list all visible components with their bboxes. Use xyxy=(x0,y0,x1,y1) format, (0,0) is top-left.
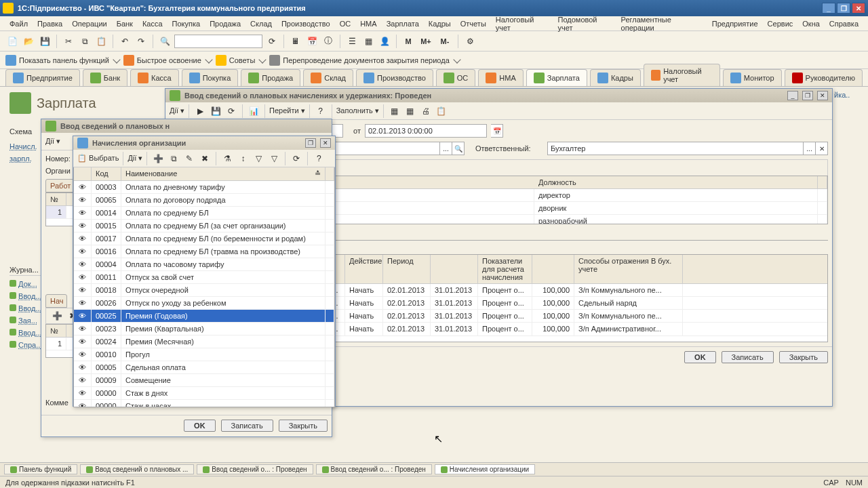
win-close-button[interactable]: ✕ xyxy=(817,91,828,100)
catalog-grid[interactable]: Код Наименование≛ 👁00003Оплата по дневно… xyxy=(73,167,335,407)
main-tab[interactable]: Банк xyxy=(83,69,127,86)
catalog-row[interactable]: 👁00014Оплата по среднему БЛ xyxy=(74,207,334,220)
menu-Налоговый учет[interactable]: Налоговый учет xyxy=(492,14,553,33)
find-icon[interactable]: 🔍 xyxy=(158,35,172,48)
tb2-item[interactable]: Показать панель функций xyxy=(5,55,119,66)
catalog-row[interactable]: 👁00011Отпуск за свой счет xyxy=(74,271,334,284)
catalog-row[interactable]: 👁00026Отпуск по уходу за ребенком xyxy=(74,297,334,310)
win-close-button[interactable]: ✕ xyxy=(320,138,331,148)
grid-icon[interactable]: ▦ xyxy=(361,35,375,48)
name-header[interactable]: Наименование≛ xyxy=(121,167,326,180)
report-icon[interactable]: 📊 xyxy=(247,104,260,118)
menu-Справка[interactable]: Справка xyxy=(825,18,863,29)
actions-menu[interactable]: Дії ▾ xyxy=(127,154,142,163)
ok-button[interactable]: OK xyxy=(184,420,216,432)
menu-Банк[interactable]: Банк xyxy=(113,18,137,29)
main-tab[interactable]: Производство xyxy=(356,69,433,86)
main-tab[interactable]: Монитор xyxy=(723,69,782,86)
calc-icon[interactable]: 🖩 xyxy=(289,35,302,48)
goto-button[interactable]: Перейти ▾ xyxy=(269,106,305,115)
main-tab[interactable]: Продажа xyxy=(241,69,300,86)
tb2-item[interactable]: Перепроведение документов закрытия перио… xyxy=(269,55,459,66)
taskbar-item[interactable]: Панель функций xyxy=(4,464,77,474)
settings-icon[interactable]: ⚙ xyxy=(463,35,477,48)
main-tab[interactable]: Покупка xyxy=(182,69,239,86)
catalog-row[interactable]: 👁00016Оплата по среднему БЛ (травма на п… xyxy=(74,245,334,258)
menu-Производство[interactable]: Производство xyxy=(277,18,334,29)
taskbar-item[interactable]: Ввод сведений о... : Проведен xyxy=(316,464,432,474)
journal-link[interactable]: Ввод... xyxy=(18,292,42,300)
main-tab[interactable]: Склад xyxy=(303,69,353,86)
add-icon[interactable]: ➕ xyxy=(50,309,64,323)
menu-Правка[interactable]: Правка xyxy=(33,18,66,29)
journal-link[interactable]: Зая... xyxy=(18,317,37,325)
col-header[interactable]: Период xyxy=(383,255,431,283)
undo-icon[interactable]: ↶ xyxy=(118,35,132,48)
code-header[interactable]: Код xyxy=(92,167,121,180)
close-doc-button[interactable]: Закрыть xyxy=(779,351,828,363)
close-button[interactable]: Закрыть xyxy=(279,420,328,432)
taskbar-item[interactable]: Ввод сведений о... : Проведен xyxy=(197,464,313,474)
tb2-item[interactable]: Советы xyxy=(216,55,265,66)
actions-menu[interactable]: Дії ▾ xyxy=(45,137,60,146)
date-picker-button[interactable]: 📅 xyxy=(491,124,503,138)
menu-Регламентные операции[interactable]: Регламентные операции xyxy=(617,14,707,33)
save-icon[interactable]: 💾 xyxy=(38,35,52,48)
col-header[interactable] xyxy=(532,255,574,283)
menu-Кадры[interactable]: Кадры xyxy=(425,18,455,29)
user-icon[interactable]: 👤 xyxy=(378,35,391,48)
save-button[interactable]: Записать xyxy=(221,420,273,432)
save-doc-icon[interactable]: 💾 xyxy=(209,104,222,118)
menu-Предприятие[interactable]: Предприятие xyxy=(708,18,762,29)
date-input[interactable] xyxy=(365,124,487,138)
copy-icon[interactable]: ⧉ xyxy=(78,35,92,48)
catalog-row[interactable]: 👁00004Оплата по часовому тарифу xyxy=(74,258,334,271)
minimize-button[interactable]: _ xyxy=(822,3,835,14)
refresh-icon[interactable]: ⟳ xyxy=(265,35,279,48)
kt-icon[interactable]: ▦ xyxy=(403,104,417,118)
m-button[interactable]: M xyxy=(401,35,415,48)
main-tab[interactable]: Предприятие xyxy=(5,69,80,86)
taskbar-item[interactable]: Ввод сведений о плановых ... xyxy=(80,464,194,474)
menu-Зарплата[interactable]: Зарплата xyxy=(382,18,423,29)
main-tab[interactable]: Зарплата xyxy=(526,69,587,86)
main-tab[interactable]: Руководителю xyxy=(785,69,863,86)
reread-icon[interactable]: ⟳ xyxy=(224,104,238,118)
menu-Файл[interactable]: Файл xyxy=(5,18,32,29)
search-input[interactable] xyxy=(174,35,262,48)
catalog-row[interactable]: 👁00009Совмещение xyxy=(74,374,334,387)
catalog-row[interactable]: 👁00005Сдельная оплата xyxy=(74,361,334,374)
journal-link[interactable]: Спра... xyxy=(18,341,42,349)
col-header[interactable] xyxy=(431,255,478,283)
col-header[interactable]: Способы отражения В бух. учете xyxy=(574,255,683,283)
save-button[interactable]: Записать xyxy=(722,351,774,363)
menu-Окна[interactable]: Окна xyxy=(798,18,824,29)
cut-icon[interactable]: ✂ xyxy=(62,35,75,48)
edit-icon[interactable]: ✎ xyxy=(182,152,196,165)
open-icon[interactable]: 📂 xyxy=(22,35,35,48)
catalog-row[interactable]: 👁00023Премия (Квартальная) xyxy=(74,323,334,336)
calendar-icon[interactable]: 📅 xyxy=(305,35,319,48)
menu-НМА[interactable]: НМА xyxy=(356,18,380,29)
fill-button[interactable]: Заполнить ▾ xyxy=(336,106,379,115)
menu-Покупка[interactable]: Покупка xyxy=(168,18,205,29)
dt-icon[interactable]: ▦ xyxy=(388,104,401,118)
menu-Склад[interactable]: Склад xyxy=(246,18,276,29)
menu-ОС[interactable]: ОС xyxy=(336,18,355,29)
delete-icon[interactable]: ✖ xyxy=(198,152,212,165)
ok-button[interactable]: OK xyxy=(684,351,716,363)
help-icon[interactable]: ? xyxy=(312,152,326,165)
sort-icon[interactable]: ↕ xyxy=(236,152,250,165)
close-button[interactable]: ✕ xyxy=(852,3,865,14)
win-min-button[interactable]: _ xyxy=(787,91,798,100)
resp-x-button[interactable]: ✕ xyxy=(816,142,828,155)
catalog-row[interactable]: 👁00000Стаж в часах xyxy=(74,400,334,407)
menu-Продажа[interactable]: Продажа xyxy=(205,18,245,29)
filter2-icon[interactable]: ▽ xyxy=(252,152,265,165)
info-icon[interactable]: ⓘ xyxy=(321,35,335,48)
main-tab[interactable]: Налоговый учет xyxy=(644,64,720,86)
menu-Подомовой учет[interactable]: Подомовой учет xyxy=(554,14,616,33)
add-icon[interactable]: ➕ xyxy=(151,152,165,165)
redo-icon[interactable]: ↷ xyxy=(134,35,148,48)
tb2-item[interactable]: Быстрое освоение xyxy=(123,55,212,66)
